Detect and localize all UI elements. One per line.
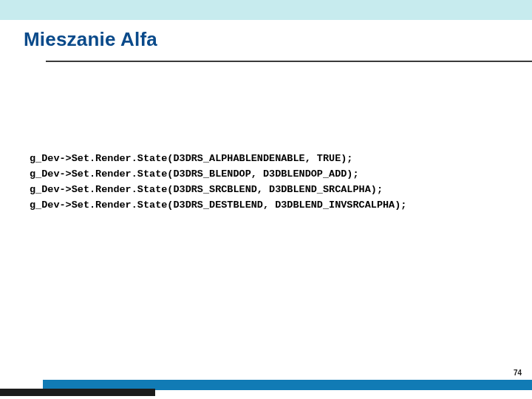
title-underline [46, 61, 532, 62]
code-block: g_Dev->Set.Render.State(D3DRS_ALPHABLEND… [30, 151, 406, 214]
top-accent-band [0, 0, 532, 20]
slide-title: Mieszanie Alfa [24, 28, 157, 51]
code-line: g_Dev->Set.Render.State(D3DRS_DESTBLEND,… [30, 200, 406, 211]
slide: Mieszanie Alfa g_Dev->Set.Render.State(D… [0, 0, 532, 399]
page-number: 74 [514, 369, 522, 377]
code-line: g_Dev->Set.Render.State(D3DRS_ALPHABLEND… [30, 153, 352, 164]
code-line: g_Dev->Set.Render.State(D3DRS_SRCBLEND, … [30, 184, 383, 195]
footer-bar-secondary [0, 389, 155, 396]
code-line: g_Dev->Set.Render.State(D3DRS_BLENDOP, D… [30, 168, 359, 180]
